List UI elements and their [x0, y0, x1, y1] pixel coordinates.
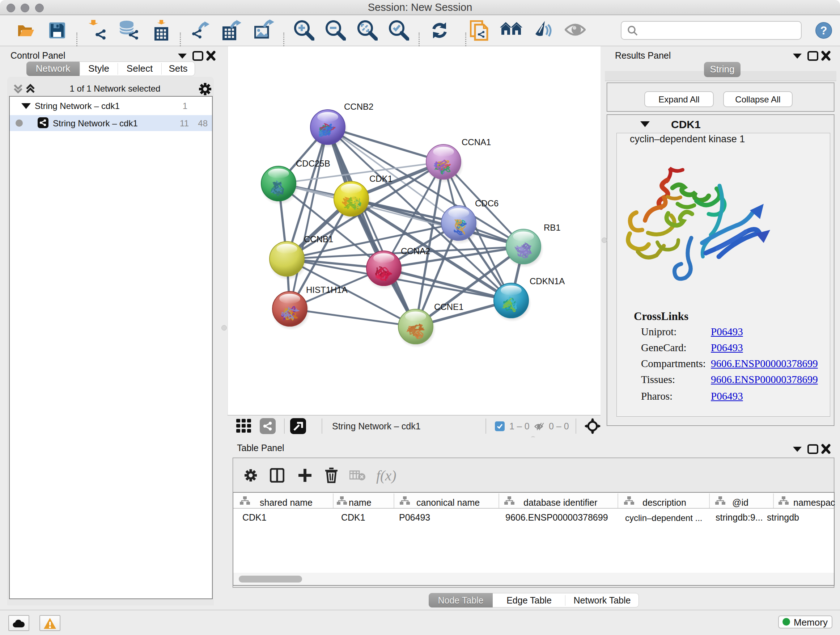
- svg-text:CCNB1: CCNB1: [304, 234, 333, 244]
- svg-text:CCNB2: CCNB2: [344, 102, 373, 111]
- svg-text:CDC6: CDC6: [475, 198, 499, 208]
- svg-text:CDC25B: CDC25B: [296, 158, 330, 168]
- svg-text:CCNA2: CCNA2: [401, 246, 430, 256]
- svg-text:CCNE1: CCNE1: [434, 302, 463, 312]
- svg-text:RB1: RB1: [544, 223, 561, 233]
- svg-text:CCNA1: CCNA1: [462, 137, 491, 147]
- svg-text:CDKN1A: CDKN1A: [530, 276, 565, 286]
- svg-text:CDK1: CDK1: [369, 174, 393, 184]
- svg-text:HIST1H1A: HIST1H1A: [306, 285, 347, 295]
